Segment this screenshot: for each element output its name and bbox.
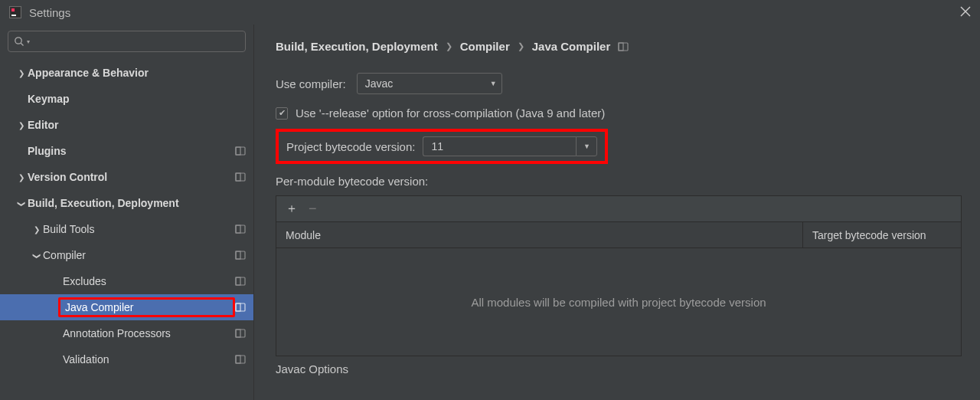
chevron-down-icon[interactable]: ▼ <box>576 136 597 156</box>
settings-tree: ❯Appearance & Behavior Keymap ❯Editor Pl… <box>0 60 253 372</box>
project-marker-icon <box>235 146 246 156</box>
close-button[interactable] <box>960 6 971 19</box>
breadcrumb-item[interactable]: Compiler <box>460 40 510 53</box>
tree-keymap[interactable]: Keymap <box>0 86 253 112</box>
tree-editor[interactable]: ❯Editor <box>0 112 253 138</box>
svg-rect-10 <box>236 173 240 181</box>
search-icon <box>13 35 25 48</box>
remove-button: − <box>309 201 317 217</box>
project-marker-icon <box>235 355 246 364</box>
window-title: Settings <box>29 6 70 19</box>
search-input-wrap[interactable]: ▾ <box>8 31 246 52</box>
chevron-down-icon: ❯ <box>33 249 41 261</box>
table-toolbar: ＋ − <box>276 196 961 222</box>
column-module[interactable]: Module <box>276 222 803 248</box>
table-header: Module Target bytecode version <box>276 222 961 248</box>
tree-java-compiler[interactable]: Java Compiler <box>0 294 253 320</box>
project-marker-icon <box>235 303 246 312</box>
tree-build-execution-deployment[interactable]: ❯Build, Execution, Deployment <box>0 190 253 216</box>
tree-validation[interactable]: Validation <box>0 346 253 372</box>
svg-line-6 <box>21 43 23 45</box>
chevron-right-icon: ❯ <box>15 121 28 130</box>
svg-point-5 <box>15 38 21 44</box>
svg-rect-2 <box>11 15 16 16</box>
project-marker-icon <box>235 277 246 286</box>
settings-content: Build, Execution, Deployment ❯ Compiler … <box>254 25 980 400</box>
highlight-box: Project bytecode version: 11 ▼ <box>276 129 608 164</box>
svg-rect-8 <box>236 147 240 155</box>
project-marker-icon <box>235 329 246 338</box>
tree-appearance[interactable]: ❯Appearance & Behavior <box>0 60 253 86</box>
search-dropdown-icon[interactable]: ▾ <box>27 38 30 45</box>
app-icon <box>9 6 21 18</box>
breadcrumb-item[interactable]: Build, Execution, Deployment <box>276 40 438 53</box>
chevron-down-icon: ❯ <box>18 197 26 209</box>
svg-rect-12 <box>236 225 240 233</box>
javac-options-label: Javac Options <box>276 362 962 375</box>
settings-sidebar: ▾ ❯Appearance & Behavior Keymap ❯Editor … <box>0 25 254 400</box>
svg-rect-22 <box>236 356 240 363</box>
chevron-right-icon: ❯ <box>446 41 452 51</box>
project-bytecode-combo[interactable]: 11 ▼ <box>423 136 597 156</box>
tree-annotation-processors[interactable]: Annotation Processors <box>0 320 253 346</box>
breadcrumb-item: Java Compiler <box>532 40 611 53</box>
search-input[interactable] <box>33 35 240 48</box>
chevron-right-icon: ❯ <box>15 173 28 182</box>
use-compiler-dropdown[interactable]: Javac ▼ <box>357 73 502 94</box>
project-marker-icon <box>235 172 246 182</box>
chevron-right-icon: ❯ <box>31 225 43 234</box>
per-module-table: ＋ − Module Target bytecode version All m… <box>276 195 962 356</box>
tree-excludes[interactable]: Excludes <box>0 268 253 294</box>
svg-rect-1 <box>11 8 15 11</box>
per-module-label: Per-module bytecode version: <box>276 175 962 188</box>
chevron-down-icon: ▼ <box>490 80 497 87</box>
table-empty-message: All modules will be compiled with projec… <box>276 248 961 356</box>
project-bytecode-value: 11 <box>423 136 576 156</box>
svg-rect-16 <box>236 277 240 285</box>
use-compiler-value: Javac <box>365 77 394 90</box>
svg-rect-20 <box>236 330 240 337</box>
tree-plugins[interactable]: Plugins <box>0 138 253 164</box>
chevron-right-icon: ❯ <box>518 41 524 51</box>
chevron-right-icon: ❯ <box>15 69 28 77</box>
tree-compiler[interactable]: ❯Compiler <box>0 242 253 268</box>
release-option-label: Use '--release' option for cross-compila… <box>296 107 605 120</box>
project-marker-icon <box>235 251 246 260</box>
breadcrumb: Build, Execution, Deployment ❯ Compiler … <box>276 40 962 53</box>
release-option-checkbox[interactable]: ✔ Use '--release' option for cross-compi… <box>276 107 962 120</box>
column-target[interactable]: Target bytecode version <box>803 222 961 248</box>
tree-vcs[interactable]: ❯Version Control <box>0 164 253 190</box>
tree-build-tools[interactable]: ❯Build Tools <box>0 216 253 242</box>
svg-rect-14 <box>236 251 240 259</box>
project-bytecode-label: Project bytecode version: <box>286 140 415 153</box>
use-compiler-label: Use compiler: <box>276 77 346 90</box>
svg-rect-24 <box>619 43 623 51</box>
project-marker-icon <box>618 42 629 51</box>
title-bar: Settings <box>0 0 980 25</box>
project-marker-icon <box>235 225 246 234</box>
checkbox-checked-icon: ✔ <box>276 107 288 120</box>
add-button[interactable]: ＋ <box>286 201 298 217</box>
svg-rect-18 <box>236 303 240 311</box>
